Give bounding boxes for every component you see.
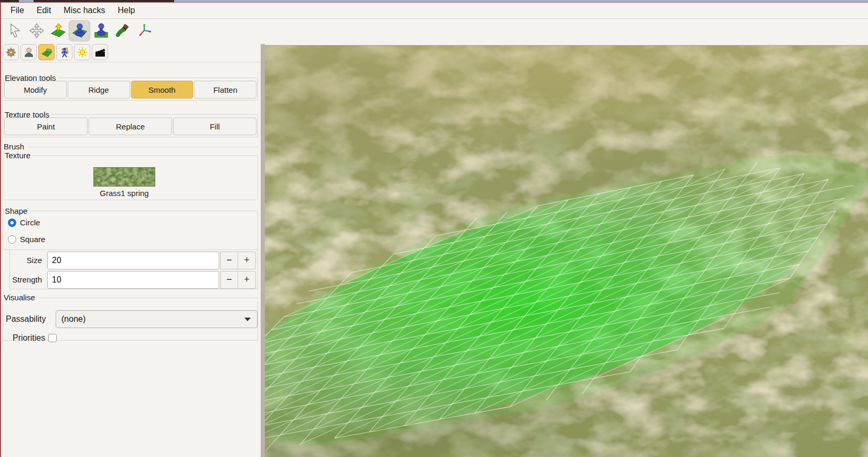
selected-texture-thumbnail[interactable] <box>93 167 155 187</box>
paint-button[interactable]: Paint <box>4 117 88 135</box>
shape-square-label: Square <box>20 235 45 244</box>
tool-sidebar: Elevation tools Modify Ridge Smooth Flat… <box>1 62 261 457</box>
splitter-sash[interactable] <box>261 44 265 457</box>
brush-texture-title: Texture <box>4 151 33 160</box>
cinematics-icon[interactable] <box>92 44 108 60</box>
paint-texture-icon[interactable] <box>112 20 133 41</box>
visualise-group: Passability (none) Priorities <box>3 302 258 341</box>
smooth-elevation-icon[interactable] <box>69 20 90 41</box>
replace-button[interactable]: Replace <box>89 117 172 135</box>
brush-title: Brush <box>4 142 27 151</box>
size-increase-button[interactable]: + <box>238 252 256 269</box>
actor-icon[interactable] <box>56 44 72 60</box>
fill-button[interactable]: Fill <box>173 117 256 135</box>
size-input[interactable] <box>47 252 219 269</box>
menu-edit[interactable]: Edit <box>30 4 58 17</box>
menu-help[interactable]: Help <box>111 4 141 17</box>
size-label: Size <box>3 256 47 265</box>
menu-file[interactable]: File <box>4 4 30 17</box>
passability-select[interactable]: (none) <box>56 310 258 328</box>
strength-increase-button[interactable]: + <box>238 271 256 289</box>
brush-texture-group: Texture Grass1 spring <box>3 155 258 200</box>
passability-value: (none) <box>61 314 85 324</box>
menubar: File Edit Misc hacks Help <box>0 3 868 19</box>
selected-texture-name: Grass1 spring <box>3 189 245 198</box>
raise-elevation-icon[interactable] <box>47 20 69 41</box>
select-cursor-icon[interactable] <box>4 20 26 41</box>
menu-misc-hacks[interactable]: Misc hacks <box>57 4 111 17</box>
terrain-viewport[interactable] <box>265 45 868 457</box>
shape-circle-radio[interactable] <box>8 219 16 227</box>
priorities-checkbox[interactable] <box>48 334 57 342</box>
shape-square-radio[interactable] <box>8 235 16 244</box>
strength-decrease-button[interactable]: − <box>220 271 238 289</box>
size-decrease-button[interactable]: − <box>220 252 238 269</box>
brush-params-group: Size − + Strength − + <box>9 249 258 289</box>
player-icon[interactable] <box>20 44 37 60</box>
elevation-tools-group: Elevation tools Modify Ridge Smooth Flat… <box>3 78 258 101</box>
main-toolbar <box>1 19 868 42</box>
move-icon[interactable] <box>26 20 47 41</box>
strength-input[interactable] <box>47 271 219 289</box>
terrain-icon[interactable] <box>38 44 55 60</box>
strength-label: Strength <box>3 275 47 284</box>
visualise-title: Visualise <box>4 293 38 302</box>
flatten-button[interactable]: Flatten <box>194 81 256 99</box>
texture-tools-group: Texture tools Paint Replace Fill <box>3 114 258 137</box>
window-left-border <box>0 3 1 457</box>
chevron-down-icon <box>244 318 251 321</box>
shape-title: Shape <box>4 206 29 215</box>
brush-shape-group: Shape Circle Square <box>3 211 258 250</box>
smooth-button[interactable]: Smooth <box>131 81 194 99</box>
passability-label: Passability <box>6 314 46 324</box>
map-settings-gear-icon[interactable] <box>3 44 19 60</box>
flatten-elevation-icon[interactable] <box>90 20 112 41</box>
sun-icon[interactable] <box>74 44 90 60</box>
priorities-label: Priorities <box>13 333 45 343</box>
shape-circle-label: Circle <box>20 218 40 227</box>
axes-icon[interactable] <box>133 20 155 41</box>
mode-toolbar <box>1 42 261 62</box>
modify-button[interactable]: Modify <box>4 81 67 99</box>
ridge-button[interactable]: Ridge <box>68 81 130 99</box>
